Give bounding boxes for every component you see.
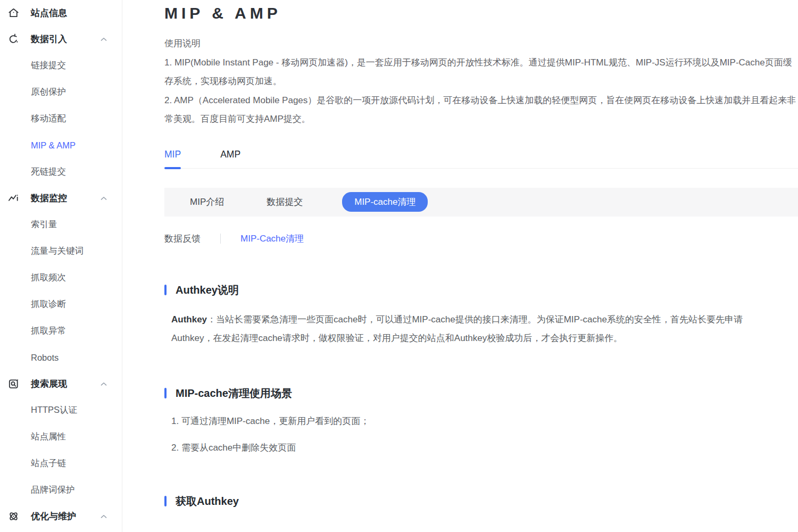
subtab-data-submit[interactable]: 数据提交	[267, 196, 303, 208]
subtab-mip-cache-clean[interactable]: MIP-cache清理	[342, 192, 428, 212]
tab-amp[interactable]: AMP	[220, 149, 240, 168]
chevron-up-icon[interactable]	[99, 35, 109, 44]
heading-accent-bar	[164, 496, 167, 506]
home-icon	[7, 7, 20, 20]
tab-bar: MIP AMP	[164, 149, 798, 169]
section-heading: MIP-cache清理使用场景	[164, 386, 798, 401]
search-display-icon	[7, 378, 20, 390]
sidebar-group-label: 数据监控	[31, 192, 67, 204]
sidebar-group-optimization-maintenance[interactable]: 优化与维护	[0, 503, 122, 529]
usage-label: 使用说明	[164, 34, 798, 53]
page-title: MIP & AMP	[164, 4, 798, 22]
heading-accent-bar	[164, 388, 167, 398]
chevron-up-icon[interactable]	[99, 194, 109, 203]
sidebar-item-site-sublinks[interactable]: 站点子链	[0, 450, 122, 477]
chevron-up-icon[interactable]	[99, 379, 109, 389]
subtab-bar: MIP介绍 数据提交 MIP-cache清理	[164, 188, 798, 217]
sidebar-group-data-import[interactable]: 数据引入	[0, 26, 122, 52]
subnav: 数据反馈 MIP-Cache清理	[164, 232, 798, 245]
section-title: 获取Authkey	[176, 494, 239, 509]
subnav-mip-cache-clean-link[interactable]: MIP-Cache清理	[240, 232, 304, 245]
section-title: Authkey说明	[176, 283, 239, 297]
sidebar-item-crawl-frequency[interactable]: 抓取频次	[0, 264, 122, 291]
sidebar-item-mip-amp[interactable]: MIP & AMP	[0, 132, 122, 159]
sidebar-item-dead-link-submit[interactable]: 死链提交	[0, 159, 122, 185]
data-import-icon	[7, 33, 20, 46]
sidebar-group-label: 搜索展现	[31, 378, 67, 390]
usage-notes: 使用说明 1. MIP(Mobile Instant Page - 移动网页加速…	[164, 34, 798, 129]
sidebar-group-search-display[interactable]: 搜索展现	[0, 371, 122, 397]
sidebar-item-robots[interactable]: Robots	[0, 344, 122, 371]
sidebar-item-https-certification[interactable]: HTTPS认证	[0, 397, 122, 423]
sidebar-group-label: 站点信息	[31, 7, 67, 19]
sidebar-item-original-protection[interactable]: 原创保护	[0, 79, 122, 105]
sidebar-item-crawl-diagnosis[interactable]: 抓取诊断	[0, 291, 122, 318]
sidebar-item-brand-protection[interactable]: 品牌词保护	[0, 477, 122, 503]
chevron-up-icon[interactable]	[99, 512, 109, 521]
sidebar-item-crawl-errors[interactable]: 抓取异常	[0, 318, 122, 344]
sidebar-group-label: 数据引入	[31, 33, 67, 45]
sidebar-item-traffic-keywords[interactable]: 流量与关键词	[0, 238, 122, 264]
atom-icon	[7, 510, 20, 523]
main-content: MIP & AMP 使用说明 1. MIP(Mobile Instant Pag…	[122, 0, 798, 532]
usage-line-amp: 2. AMP（Accelerated Mobile Pages）是谷歌的一项开放…	[164, 91, 798, 129]
sidebar-group-site-info[interactable]: 站点信息	[0, 0, 122, 26]
sidebar-item-index-volume[interactable]: 索引量	[0, 211, 122, 238]
section-get-authkey: 获取Authkey	[164, 494, 798, 509]
sidebar-item-link-submit[interactable]: 链接提交	[0, 52, 122, 79]
sidebar: 站点信息 数据引入 链接提交 原创保护 移动适配 MIP & AMP 死链提交	[0, 0, 122, 532]
sidebar-item-mobile-adaptation[interactable]: 移动适配	[0, 105, 122, 132]
section-title: MIP-cache清理使用场景	[176, 386, 292, 401]
sidebar-group-data-monitoring[interactable]: 数据监控	[0, 185, 122, 211]
chart-icon	[7, 192, 20, 205]
subtab-mip-intro[interactable]: MIP介绍	[190, 196, 224, 208]
section-heading: Authkey说明	[164, 283, 798, 297]
scenario-item: 1. 可通过清理MIP-cache，更新用户看到的页面；	[164, 415, 798, 427]
usage-line-mip: 1. MIP(Mobile Instant Page - 移动网页加速器)，是一…	[164, 53, 798, 91]
section-body: Authkey：当站长需要紧急清理一些页面cache时，可以通过MIP-cach…	[164, 310, 798, 348]
subnav-data-feedback[interactable]: 数据反馈	[164, 232, 201, 245]
scenario-item: 2. 需要从cache中删除失效页面	[164, 442, 798, 454]
authkey-body-text: ：当站长需要紧急清理一些页面cache时，可以通过MIP-cache提供的接口来…	[171, 314, 743, 344]
section-cache-clean-scenarios: MIP-cache清理使用场景 1. 可通过清理MIP-cache，更新用户看到…	[164, 386, 798, 454]
authkey-term: Authkey	[171, 314, 207, 325]
tab-mip[interactable]: MIP	[164, 149, 181, 168]
heading-accent-bar	[164, 285, 167, 295]
sidebar-group-label: 优化与维护	[31, 510, 76, 522]
vertical-divider	[220, 234, 221, 244]
section-heading: 获取Authkey	[164, 494, 798, 509]
section-authkey-description: Authkey说明 Authkey：当站长需要紧急清理一些页面cache时，可以…	[164, 283, 798, 348]
app-window: 站点信息 数据引入 链接提交 原创保护 移动适配 MIP & AMP 死链提交	[0, 0, 798, 532]
sidebar-item-site-properties[interactable]: 站点属性	[0, 423, 122, 450]
